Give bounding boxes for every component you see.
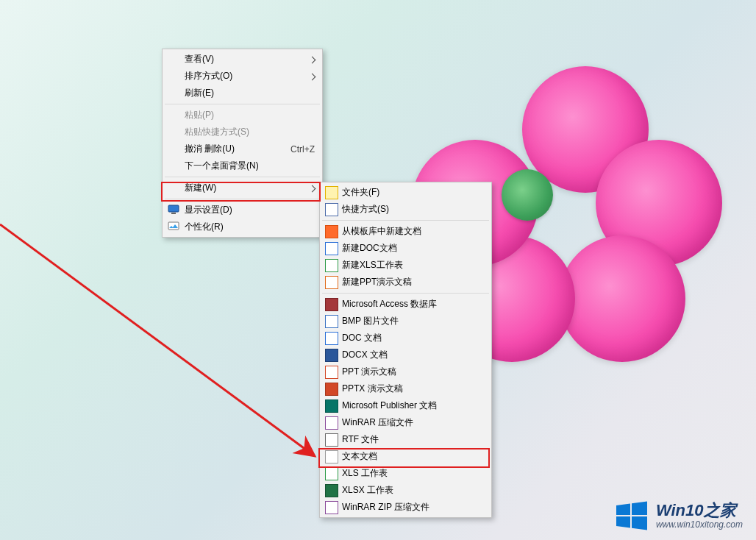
submenu-item-wps-xls[interactable]: 新建XLS工作表 bbox=[321, 257, 490, 274]
submenu-item-label: DOC 文档 bbox=[342, 332, 382, 344]
submenu-item-docx[interactable]: DOCX 文档 bbox=[321, 347, 490, 363]
submenu-item-label: WinRAR ZIP 压缩文件 bbox=[342, 501, 429, 514]
submenu-item-label: Microsoft Publisher 文档 bbox=[342, 399, 437, 412]
menu-item-display-settings[interactable]: 显示设置(D) bbox=[164, 202, 321, 219]
submenu-item-rtf[interactable]: RTF 文件 bbox=[321, 431, 490, 448]
chevron-right-icon bbox=[310, 54, 315, 65]
submenu-item-label: 新建PPT演示文稿 bbox=[342, 276, 412, 288]
flower-center bbox=[502, 169, 553, 221]
submenu-item-txt[interactable]: 文本文档 bbox=[321, 448, 490, 465]
menu-item-personalize[interactable]: 个性化(R) bbox=[164, 219, 321, 235]
submenu-item-label: DOCX 文档 bbox=[342, 349, 388, 361]
submenu-item-pub[interactable]: Microsoft Publisher 文档 bbox=[321, 397, 490, 414]
menu-item-label: 显示设置(D) bbox=[185, 204, 232, 216]
personalize-icon bbox=[168, 221, 179, 232]
file-type-icon bbox=[325, 467, 338, 480]
file-type-icon bbox=[325, 315, 338, 328]
file-type-icon bbox=[325, 186, 338, 199]
menu-item-label: 撤消 删除(U) bbox=[185, 143, 235, 155]
file-type-icon bbox=[325, 203, 338, 216]
submenu-item-label: 新建DOC文档 bbox=[342, 242, 397, 255]
file-type-icon bbox=[325, 450, 338, 463]
menu-item-label: 刷新(E) bbox=[185, 87, 214, 99]
desktop-context-menu: 查看(V) 排序方式(O) 刷新(E) 粘贴(P) 粘贴快捷方式(S) 撤消 删… bbox=[162, 49, 323, 238]
file-type-icon bbox=[325, 484, 338, 497]
submenu-item-bmp[interactable]: BMP 图片文件 bbox=[321, 313, 490, 330]
menu-item-label: 粘贴(P) bbox=[185, 109, 214, 121]
file-type-icon bbox=[325, 225, 338, 238]
submenu-item-access[interactable]: Microsoft Access 数据库 bbox=[321, 296, 490, 313]
menu-item-next-background[interactable]: 下一个桌面背景(N) bbox=[164, 157, 321, 174]
menu-item-label: 查看(V) bbox=[185, 53, 214, 65]
submenu-item-label: 文件夹(F) bbox=[342, 186, 379, 199]
submenu-item-label: 新建XLS工作表 bbox=[342, 259, 403, 271]
submenu-item-label: PPTX 演示文稿 bbox=[342, 383, 403, 395]
watermark: Win10之家 www.win10xitong.com bbox=[615, 499, 743, 533]
menu-separator bbox=[165, 177, 320, 177]
menu-item-label: 新建(W) bbox=[185, 182, 216, 194]
watermark-title: Win10之家 bbox=[656, 501, 743, 519]
menu-item-paste-shortcut: 粘贴快捷方式(S) bbox=[164, 124, 321, 141]
file-type-icon bbox=[325, 501, 338, 514]
submenu-item-doc[interactable]: DOC 文档 bbox=[321, 330, 490, 347]
submenu-item-label: Microsoft Access 数据库 bbox=[342, 298, 437, 310]
menu-item-undo[interactable]: 撤消 删除(U) Ctrl+Z bbox=[164, 141, 321, 157]
submenu-item-xls[interactable]: XLS 工作表 bbox=[321, 465, 490, 482]
submenu-item-zip[interactable]: WinRAR ZIP 压缩文件 bbox=[321, 499, 490, 516]
submenu-item-folder[interactable]: 文件夹(F) bbox=[321, 184, 490, 201]
submenu-item-ppt[interactable]: PPT 演示文稿 bbox=[321, 363, 490, 380]
submenu-item-pptx[interactable]: PPTX 演示文稿 bbox=[321, 380, 490, 397]
file-type-icon bbox=[325, 383, 338, 396]
submenu-item-label: XLS 工作表 bbox=[342, 467, 388, 480]
submenu-item-label: PPT 演示文稿 bbox=[342, 366, 396, 378]
submenu-item-label: BMP 图片文件 bbox=[342, 315, 399, 327]
menu-separator bbox=[322, 293, 489, 294]
menu-item-refresh[interactable]: 刷新(E) bbox=[164, 85, 321, 102]
file-type-icon bbox=[325, 276, 338, 289]
menu-item-label: 排序方式(O) bbox=[185, 70, 232, 82]
file-type-icon bbox=[325, 332, 338, 345]
menu-item-paste: 粘贴(P) bbox=[164, 107, 321, 124]
menu-item-label: 个性化(R) bbox=[185, 221, 224, 233]
file-type-icon bbox=[325, 366, 338, 379]
file-type-icon bbox=[325, 298, 338, 311]
file-type-icon bbox=[325, 399, 338, 413]
file-type-icon bbox=[325, 259, 338, 272]
new-submenu: 文件夹(F)快捷方式(S)从模板库中新建文档新建DOC文档新建XLS工作表新建P… bbox=[319, 182, 492, 518]
submenu-item-shortcut[interactable]: 快捷方式(S) bbox=[321, 201, 490, 218]
menu-item-new[interactable]: 新建(W) bbox=[164, 180, 321, 196]
submenu-item-label: WinRAR 压缩文件 bbox=[342, 416, 413, 429]
submenu-item-label: RTF 文件 bbox=[342, 433, 379, 446]
submenu-item-wps-doc[interactable]: 新建DOC文档 bbox=[321, 240, 490, 257]
file-type-icon bbox=[325, 433, 338, 447]
menu-item-label: 粘贴快捷方式(S) bbox=[185, 126, 249, 138]
watermark-url: www.win10xitong.com bbox=[656, 520, 743, 530]
submenu-item-wps-ppt[interactable]: 新建PPT演示文稿 bbox=[321, 274, 490, 291]
watermark-text: Win10之家 www.win10xitong.com bbox=[656, 501, 743, 530]
file-type-icon bbox=[325, 349, 338, 362]
menu-item-label: 下一个桌面背景(N) bbox=[185, 160, 259, 172]
monitor-icon bbox=[168, 204, 179, 216]
svg-rect-2 bbox=[168, 222, 179, 230]
windows-logo-icon bbox=[615, 499, 649, 533]
chevron-right-icon bbox=[310, 71, 315, 82]
svg-line-3 bbox=[0, 224, 315, 456]
submenu-item-wps-tpl[interactable]: 从模板库中新建文档 bbox=[321, 223, 490, 240]
file-type-icon bbox=[325, 416, 338, 430]
desktop-background[interactable]: 查看(V) 排序方式(O) 刷新(E) 粘贴(P) 粘贴快捷方式(S) 撤消 删… bbox=[0, 0, 756, 540]
file-type-icon bbox=[325, 242, 338, 255]
menu-item-shortcut: Ctrl+Z bbox=[290, 144, 315, 154]
svg-rect-0 bbox=[168, 205, 179, 212]
submenu-item-label: 从模板库中新建文档 bbox=[342, 225, 421, 238]
submenu-item-label: XLSX 工作表 bbox=[342, 484, 393, 497]
menu-separator bbox=[165, 104, 320, 104]
flower-petal bbox=[559, 235, 685, 362]
menu-item-view[interactable]: 查看(V) bbox=[164, 51, 321, 68]
submenu-item-label: 文本文档 bbox=[342, 450, 377, 463]
menu-separator bbox=[165, 199, 320, 199]
menu-separator bbox=[322, 220, 489, 221]
chevron-right-icon bbox=[310, 183, 315, 193]
menu-item-sort[interactable]: 排序方式(O) bbox=[164, 68, 321, 85]
submenu-item-xlsx[interactable]: XLSX 工作表 bbox=[321, 482, 490, 499]
submenu-item-rar[interactable]: WinRAR 压缩文件 bbox=[321, 414, 490, 431]
